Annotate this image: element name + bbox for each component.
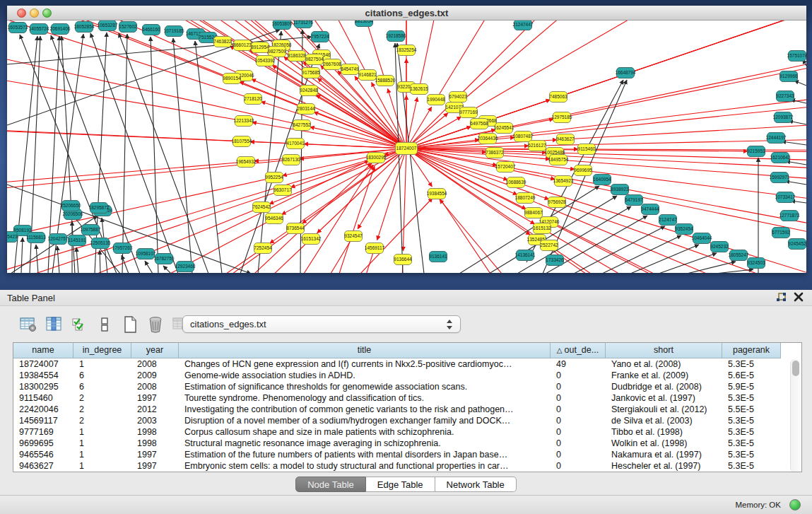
network-node[interactable]: 9245452 [788,238,806,250]
network-node[interactable]: 9827504 [305,54,324,65]
table-cell[interactable]: Nakamura et al. (1997) [606,449,722,460]
network-node[interactable]: 8736544 [286,223,305,234]
table-cell[interactable]: 1997 [131,392,179,404]
network-node[interactable]: 11731276 [294,21,312,28]
table-cell[interactable]: 1 [73,426,131,438]
table-cell[interactable]: 5.3E-5 [722,415,781,426]
table-row[interactable]: 2242004622012Investigating the contribut… [13,404,801,415]
network-node[interactable]: 25206650 [61,200,80,211]
scrollbar-thumb[interactable] [792,361,799,376]
network-node[interactable]: 15720407 [496,161,514,173]
table-cell[interactable]: 2009 [131,370,179,381]
table-row[interactable]: 969969511998Structural magnetic resonanc… [13,438,801,449]
table-cell[interactable]: Tibbo et al. (1998) [606,426,722,438]
select-columns-icon[interactable] [71,316,88,333]
network-node[interactable]: 12093872 [774,112,792,123]
network-node[interactable]: 12444197 [767,132,785,144]
table-cell[interactable]: Wolkin et al. (1998) [606,438,722,449]
column-header-out_de[interactable]: △out_de... [551,343,606,358]
network-node[interactable]: 9756928 [548,197,566,208]
column-header-year[interactable]: year [131,343,179,358]
network-node[interactable]: 1615132 [533,223,551,234]
network-node[interactable]: 16151342 [302,233,320,245]
table-cell[interactable]: 0 [551,415,606,426]
network-node[interactable]: 7957224 [311,31,329,42]
network-node[interactable]: 13654923 [554,175,572,187]
network-node[interactable]: 9777169 [459,107,478,118]
table-cell[interactable]: Yano et al. (2008) [606,358,722,370]
table-cell[interactable]: 9465546 [13,449,73,460]
network-node[interactable]: 12042757 [49,233,67,245]
network-node[interactable]: 9136141 [429,251,447,262]
delete-rows-trash-icon[interactable] [147,316,164,333]
table-cell[interactable]: Stergiakouli et al. (2012) [606,404,722,415]
network-node[interactable]: 9546346 [265,213,283,224]
new-file-icon[interactable] [122,316,139,333]
table-cell[interactable]: Genome-wide association studies in ADHD. [179,370,551,381]
memory-status-icon[interactable] [789,499,801,510]
table-cell[interactable]: 9463627 [13,460,73,472]
network-node[interactable]: 1145191 [68,235,86,246]
table-cell[interactable]: 5.3E-5 [722,358,781,370]
network-node[interactable]: 11156813 [27,232,45,243]
network-node[interactable]: 8427552 [293,119,311,131]
network-node[interactable]: 18052854 [75,21,93,33]
table-cell[interactable]: 2012 [131,404,179,415]
network-node[interactable]: 2522742 [540,240,558,251]
table-cell[interactable]: Franke et al. (2009) [606,370,722,381]
column-header-title[interactable]: title [179,343,551,358]
table-cell[interactable]: Estimation of the future numbers of pati… [179,449,551,460]
column-header-in_degree[interactable]: in_degree [73,343,131,358]
table-cell[interactable]: 18724007 [13,358,73,370]
network-window-titlebar[interactable]: citations_edges.txt [7,6,806,21]
table-cell[interactable]: de Silva et al. (2003) [606,415,722,426]
table-cell[interactable]: 22420046 [13,404,73,415]
network-node[interactable]: 2124747 [659,214,677,226]
network-node[interactable]: 9245232 [710,241,729,252]
table-cell[interactable]: Estimation of significance thresholds fo… [179,381,551,392]
network-canvas[interactable]: 1605357314055724206914061805285410653287… [7,21,806,273]
network-node[interactable]: 6479197 [625,194,643,206]
table-cell[interactable]: 1 [73,449,131,460]
table-cell[interactable]: 5.3E-5 [722,438,781,449]
network-node[interactable]: 8912954 [251,42,269,53]
table-row[interactable]: 911546021997Tourette syndrome. Phenomeno… [13,392,801,404]
table-cell[interactable]: Corpus callosum shape and size in male p… [179,426,551,438]
network-node[interactable]: 18055247 [729,250,748,261]
network-node[interactable]: 15751074 [788,50,806,62]
network-node[interactable]: 9630717 [273,185,292,196]
network-node[interactable]: 9463627 [556,134,575,145]
network-node[interactable]: 8267130 [282,154,300,165]
network-node[interactable]: 10958107 [136,248,155,259]
network-node[interactable]: 9146821 [358,69,377,81]
network-node[interactable]: 6466160 [142,24,160,35]
table-row[interactable]: 1830029562008Estimation of significance … [13,381,801,392]
network-node[interactable]: 16053573 [8,22,27,33]
network-node[interactable]: 1362615 [410,83,428,95]
table-row[interactable]: 946554611997Estimation of the future num… [13,449,801,460]
table-cell[interactable]: 9699695 [13,438,73,449]
network-node[interactable]: 16648794 [616,67,635,78]
network-node[interactable]: 18300295 [367,152,385,163]
table-cell[interactable]: 14569117 [13,415,73,426]
network-node[interactable]: 9215953 [747,146,765,157]
tab-node-table[interactable]: Node Table [295,477,366,492]
column-header-short[interactable]: short [606,343,722,358]
network-node[interactable]: 7463822 [213,36,232,47]
network-node[interactable]: 15888520 [376,75,394,86]
table-cell[interactable]: 5.9E-5 [722,381,781,392]
network-node[interactable]: 8186328 [288,50,306,62]
network-node[interactable]: 10688639 [507,177,525,188]
table-cell[interactable]: 1998 [131,426,179,438]
column-header-pagerank[interactable]: pagerank [722,343,781,358]
table-cell[interactable]: 5.3E-5 [722,426,781,438]
table-selector-combobox[interactable]: citations_edges.txt [182,315,461,333]
network-node[interactable]: 12771873 [780,210,799,221]
network-node[interactable]: 10975887 [81,224,100,235]
table-cell[interactable]: 0 [551,438,606,449]
network-node[interactable]: 10733417 [776,192,794,203]
network-node[interactable]: 9324503 [747,257,765,269]
network-node[interactable]: 2718120 [244,93,262,105]
network-node[interactable]: 10543392 [256,55,274,66]
network-node[interactable]: 6216127 [528,140,546,151]
